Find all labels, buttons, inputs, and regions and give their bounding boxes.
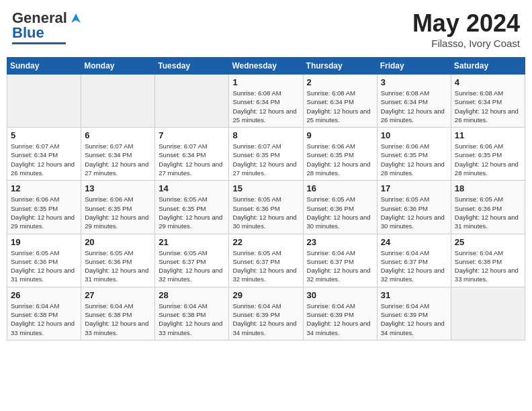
- day-number: 16: [307, 183, 373, 193]
- header-row: SundayMondayTuesdayWednesdayThursdayFrid…: [7, 58, 525, 75]
- month-year-title: May 2024: [412, 9, 520, 38]
- logo: General Blue: [12, 9, 83, 44]
- cell-info: Sunrise: 6:05 AMSunset: 6:36 PMDaylight:…: [307, 195, 373, 230]
- calendar-cell: 27Sunrise: 6:04 AMSunset: 6:38 PMDayligh…: [81, 287, 155, 340]
- cell-info: Sunrise: 6:06 AMSunset: 6:35 PMDaylight:…: [11, 195, 77, 230]
- calendar-cell: 10Sunrise: 6:06 AMSunset: 6:35 PMDayligh…: [377, 128, 451, 181]
- cell-info: Sunrise: 6:06 AMSunset: 6:35 PMDaylight:…: [455, 142, 521, 177]
- day-number: 23: [307, 237, 373, 247]
- day-number: 4: [455, 77, 521, 87]
- calendar-cell: 28Sunrise: 6:04 AMSunset: 6:38 PMDayligh…: [155, 287, 229, 340]
- calendar-cell: 17Sunrise: 6:05 AMSunset: 6:36 PMDayligh…: [377, 181, 451, 234]
- cell-info: Sunrise: 6:04 AMSunset: 6:37 PMDaylight:…: [307, 248, 373, 284]
- calendar-cell: 16Sunrise: 6:05 AMSunset: 6:36 PMDayligh…: [303, 181, 377, 234]
- cell-info: Sunrise: 6:04 AMSunset: 6:39 PMDaylight:…: [381, 302, 447, 337]
- calendar-cell: 9Sunrise: 6:06 AMSunset: 6:35 PMDaylight…: [303, 128, 377, 181]
- day-of-week-header: Sunday: [7, 58, 81, 75]
- cell-info: Sunrise: 6:04 AMSunset: 6:39 PMDaylight:…: [232, 302, 299, 337]
- day-number: 21: [159, 237, 225, 247]
- cell-info: Sunrise: 6:04 AMSunset: 6:38 PMDaylight:…: [85, 302, 151, 337]
- day-number: 13: [85, 183, 151, 193]
- logo-underline: [12, 42, 66, 44]
- day-number: 11: [455, 130, 521, 140]
- calendar-cell: 2Sunrise: 6:08 AMSunset: 6:34 PMDaylight…: [303, 75, 377, 128]
- cell-info: Sunrise: 6:06 AMSunset: 6:35 PMDaylight:…: [85, 195, 151, 230]
- day-number: 3: [381, 77, 447, 87]
- day-number: 17: [381, 183, 447, 193]
- cell-info: Sunrise: 6:04 AMSunset: 6:39 PMDaylight:…: [307, 302, 373, 337]
- calendar-cell: 11Sunrise: 6:06 AMSunset: 6:35 PMDayligh…: [451, 128, 525, 181]
- day-number: 18: [455, 183, 521, 193]
- cell-info: Sunrise: 6:04 AMSunset: 6:38 PMDaylight:…: [11, 302, 77, 337]
- calendar-cell: 6Sunrise: 6:07 AMSunset: 6:34 PMDaylight…: [81, 128, 155, 181]
- calendar-cell: 19Sunrise: 6:05 AMSunset: 6:36 PMDayligh…: [7, 234, 81, 287]
- day-of-week-header: Wednesday: [229, 58, 303, 75]
- title-block: May 2024 Filasso, Ivory Coast: [412, 9, 520, 49]
- calendar-cell: 26Sunrise: 6:04 AMSunset: 6:38 PMDayligh…: [7, 287, 81, 340]
- day-number: 14: [159, 183, 225, 193]
- day-number: 22: [232, 237, 299, 247]
- cell-info: Sunrise: 6:08 AMSunset: 6:34 PMDaylight:…: [381, 89, 447, 124]
- calendar-cell: 12Sunrise: 6:06 AMSunset: 6:35 PMDayligh…: [7, 181, 81, 234]
- cell-info: Sunrise: 6:04 AMSunset: 6:37 PMDaylight:…: [381, 248, 447, 284]
- cell-info: Sunrise: 6:05 AMSunset: 6:37 PMDaylight:…: [232, 248, 299, 284]
- calendar-week-row: 26Sunrise: 6:04 AMSunset: 6:38 PMDayligh…: [7, 287, 525, 340]
- calendar-cell: 13Sunrise: 6:06 AMSunset: 6:35 PMDayligh…: [81, 181, 155, 234]
- day-number: 31: [381, 290, 447, 300]
- day-number: 19: [11, 237, 77, 247]
- day-number: 1: [232, 77, 299, 87]
- cell-info: Sunrise: 6:08 AMSunset: 6:34 PMDaylight:…: [455, 89, 521, 124]
- day-number: 5: [11, 130, 77, 140]
- day-number: 8: [232, 130, 299, 140]
- calendar-cell: 30Sunrise: 6:04 AMSunset: 6:39 PMDayligh…: [303, 287, 377, 340]
- calendar-table: SundayMondayTuesdayWednesdayThursdayFrid…: [7, 57, 525, 340]
- cell-info: Sunrise: 6:05 AMSunset: 6:36 PMDaylight:…: [381, 195, 447, 230]
- calendar-week-row: 1Sunrise: 6:08 AMSunset: 6:34 PMDaylight…: [7, 75, 525, 128]
- calendar-body: 1Sunrise: 6:08 AMSunset: 6:34 PMDaylight…: [7, 75, 525, 340]
- calendar-cell: 24Sunrise: 6:04 AMSunset: 6:37 PMDayligh…: [377, 234, 451, 287]
- cell-info: Sunrise: 6:07 AMSunset: 6:34 PMDaylight:…: [11, 142, 77, 177]
- calendar-cell: [7, 75, 81, 128]
- calendar-cell: 18Sunrise: 6:05 AMSunset: 6:36 PMDayligh…: [451, 181, 525, 234]
- calendar-cell: 8Sunrise: 6:07 AMSunset: 6:35 PMDaylight…: [229, 128, 303, 181]
- calendar-cell: 22Sunrise: 6:05 AMSunset: 6:37 PMDayligh…: [229, 234, 303, 287]
- day-number: 12: [11, 183, 77, 193]
- calendar-cell: [155, 75, 229, 128]
- calendar-cell: 31Sunrise: 6:04 AMSunset: 6:39 PMDayligh…: [377, 287, 451, 340]
- calendar-cell: 25Sunrise: 6:04 AMSunset: 6:38 PMDayligh…: [451, 234, 525, 287]
- cell-info: Sunrise: 6:05 AMSunset: 6:36 PMDaylight:…: [85, 248, 151, 284]
- cell-info: Sunrise: 6:05 AMSunset: 6:36 PMDaylight:…: [11, 248, 77, 284]
- day-number: 29: [232, 290, 299, 300]
- calendar-cell: [81, 75, 155, 128]
- location-subtitle: Filasso, Ivory Coast: [412, 38, 520, 49]
- cell-info: Sunrise: 6:08 AMSunset: 6:34 PMDaylight:…: [307, 89, 373, 124]
- calendar-cell: 3Sunrise: 6:08 AMSunset: 6:34 PMDaylight…: [377, 75, 451, 128]
- cell-info: Sunrise: 6:06 AMSunset: 6:35 PMDaylight:…: [381, 142, 447, 177]
- calendar-week-row: 12Sunrise: 6:06 AMSunset: 6:35 PMDayligh…: [7, 181, 525, 234]
- cell-info: Sunrise: 6:08 AMSunset: 6:34 PMDaylight:…: [232, 89, 299, 124]
- day-number: 9: [307, 130, 373, 140]
- calendar-cell: 20Sunrise: 6:05 AMSunset: 6:36 PMDayligh…: [81, 234, 155, 287]
- cell-info: Sunrise: 6:05 AMSunset: 6:37 PMDaylight:…: [159, 248, 225, 284]
- cell-info: Sunrise: 6:07 AMSunset: 6:35 PMDaylight:…: [232, 142, 299, 177]
- day-number: 28: [159, 290, 225, 300]
- page-header: General Blue May 2024 Filasso, Ivory Coa…: [7, 7, 525, 52]
- day-of-week-header: Thursday: [303, 58, 377, 75]
- cell-info: Sunrise: 6:07 AMSunset: 6:34 PMDaylight:…: [159, 142, 225, 177]
- day-of-week-header: Saturday: [451, 58, 525, 75]
- calendar-header: SundayMondayTuesdayWednesdayThursdayFrid…: [7, 58, 525, 75]
- day-number: 26: [11, 290, 77, 300]
- calendar-week-row: 19Sunrise: 6:05 AMSunset: 6:36 PMDayligh…: [7, 234, 525, 287]
- logo-blue: Blue: [12, 24, 44, 42]
- day-number: 27: [85, 290, 151, 300]
- cell-info: Sunrise: 6:07 AMSunset: 6:34 PMDaylight:…: [85, 142, 151, 177]
- day-number: 30: [307, 290, 373, 300]
- day-number: 25: [455, 237, 521, 247]
- calendar-cell: 29Sunrise: 6:04 AMSunset: 6:39 PMDayligh…: [229, 287, 303, 340]
- day-number: 2: [307, 77, 373, 87]
- day-number: 7: [159, 130, 225, 140]
- cell-info: Sunrise: 6:06 AMSunset: 6:35 PMDaylight:…: [307, 142, 373, 177]
- calendar-cell: 1Sunrise: 6:08 AMSunset: 6:34 PMDaylight…: [229, 75, 303, 128]
- calendar-cell: 23Sunrise: 6:04 AMSunset: 6:37 PMDayligh…: [303, 234, 377, 287]
- calendar-cell: 21Sunrise: 6:05 AMSunset: 6:37 PMDayligh…: [155, 234, 229, 287]
